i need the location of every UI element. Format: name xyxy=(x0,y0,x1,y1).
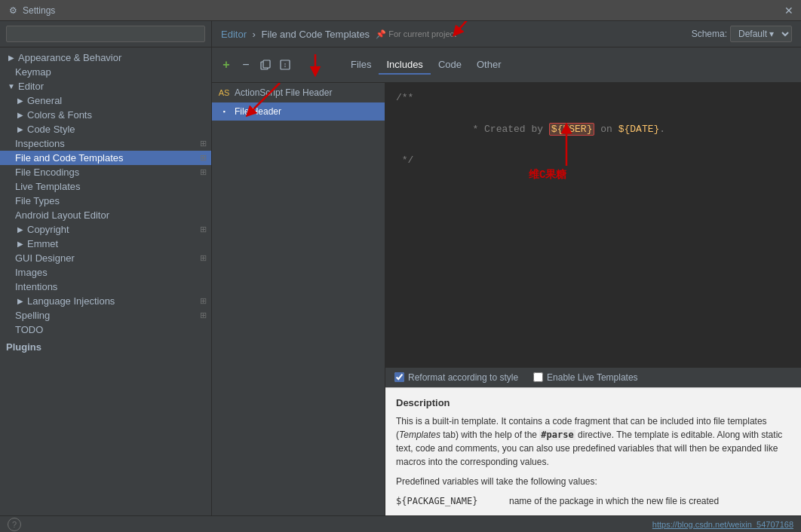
sidebar-item-emmet[interactable]: ▶ Emmet xyxy=(0,237,211,251)
tabs-bar: Files Includes Code Other xyxy=(343,56,508,75)
sidebar-label-file-encodings: File Encodings xyxy=(15,167,205,178)
status-url[interactable]: https://blog.csdn.net/weixin_54707168 xyxy=(652,520,793,529)
sidebar-item-editor[interactable]: ▼ Editor xyxy=(0,79,211,93)
desc-italic-templates: Templates xyxy=(399,430,440,440)
sidebar-item-appearance[interactable]: ▶ Appearance & Behavior xyxy=(0,50,211,65)
main-layout: ▶ Appearance & Behavior Keymap ▼ Editor … xyxy=(0,21,801,515)
code-period: . xyxy=(659,124,665,135)
code-editor[interactable]: /** * Created by ${USER} on ${DATE}. */ xyxy=(385,83,801,367)
sidebar-label-file-types: File Types xyxy=(15,195,205,206)
sidebar-label-gui-designer: GUI Designer xyxy=(15,252,205,264)
bottom-options: Reformat according to style Enable Live … xyxy=(385,367,801,387)
actionscript-icon: AS xyxy=(218,87,230,99)
live-templates-label: Enable Live Templates xyxy=(547,372,638,383)
sidebar-item-file-encodings[interactable]: File Encodings xyxy=(0,165,211,179)
search-box xyxy=(0,21,211,47)
desc-bold-parse: #parse xyxy=(539,430,575,440)
add-template-button[interactable]: + xyxy=(218,57,235,73)
sidebar-item-gui-designer[interactable]: GUI Designer xyxy=(0,251,211,265)
sidebar-item-keymap[interactable]: Keymap xyxy=(0,65,211,79)
svg-line-9 xyxy=(250,83,280,113)
red-arrow-svg-top xyxy=(449,21,494,41)
red-arrow-user-svg xyxy=(536,124,597,170)
sidebar-item-copyright[interactable]: ▶ Copyright xyxy=(0,222,211,237)
copy-template-button[interactable] xyxy=(257,57,274,73)
sidebar-tree: ▶ Appearance & Behavior Keymap ▼ Editor … xyxy=(0,47,211,515)
sidebar-label-spelling: Spelling xyxy=(15,310,205,321)
template-list: AS ActionScript File Header ▪ File Heade… xyxy=(212,83,385,515)
status-bar: ? https://blog.csdn.net/weixin_54707168 xyxy=(0,515,801,532)
sidebar-label-file-code-templates: File and Code Templates xyxy=(15,152,205,164)
expand-arrow-general: ▶ xyxy=(15,96,26,106)
for-current-project-indicator: 📌 For current project xyxy=(376,29,456,39)
description-predefined: Predefined variables will take the follo… xyxy=(396,475,790,488)
sidebar-item-intentions[interactable]: Intentions xyxy=(0,280,211,294)
sidebar-item-code-style[interactable]: ▶ Code Style xyxy=(0,122,211,136)
description-title: Description xyxy=(396,396,790,411)
sidebar-item-plugins[interactable]: Plugins xyxy=(0,340,211,354)
tab-other[interactable]: Other xyxy=(469,56,509,75)
sidebar-label-editor: Editor xyxy=(18,81,205,92)
panel-header: Editor › File and Code Templates 📌 For c… xyxy=(212,21,801,47)
code-on: on xyxy=(594,124,618,135)
breadcrumb-separator: › xyxy=(253,29,259,40)
remove-template-button[interactable]: − xyxy=(238,57,254,73)
description-body: This is a built-in template. It contains… xyxy=(396,414,790,469)
expand-arrow-code-style: ▶ xyxy=(15,124,26,135)
var-name-1: ${PACKAGE_NAME} xyxy=(396,494,502,508)
sidebar-item-spelling[interactable]: Spelling xyxy=(0,308,211,323)
var-row-1: ${PACKAGE_NAME} name of the package in w… xyxy=(396,494,790,508)
sidebar-item-android-layout-editor[interactable]: Android Layout Editor xyxy=(0,208,211,222)
sidebar-item-file-code-templates[interactable]: File and Code Templates xyxy=(0,151,211,165)
svg-text:↕: ↕ xyxy=(284,61,287,69)
breadcrumb-editor[interactable]: Editor xyxy=(221,29,247,40)
window-title: Settings xyxy=(23,5,55,16)
sidebar-item-file-types[interactable]: File Types xyxy=(0,194,211,208)
sidebar-label-todo: TODO xyxy=(15,324,205,335)
expand-arrow-lang-injections: ▶ xyxy=(15,296,26,307)
expand-arrow-copyright: ▶ xyxy=(15,225,26,235)
content-area: AS ActionScript File Header ▪ File Heade… xyxy=(212,83,801,515)
sidebar-label-appearance: Appearance & Behavior xyxy=(18,52,205,63)
tab-includes[interactable]: Includes xyxy=(379,56,430,75)
red-arrow-file-header-svg xyxy=(235,83,295,121)
code-date-var: ${DATE} xyxy=(618,124,660,135)
sidebar-item-general[interactable]: ▶ General xyxy=(0,93,211,108)
live-templates-checkbox[interactable] xyxy=(533,372,543,382)
sidebar-item-language-injections[interactable]: ▶ Language Injections xyxy=(0,294,211,308)
expand-arrow-editor: ▼ xyxy=(6,81,17,92)
sidebar-item-todo[interactable]: TODO xyxy=(0,323,211,337)
move-template-button[interactable]: ↕ xyxy=(277,57,293,73)
tab-code[interactable]: Code xyxy=(431,56,469,75)
sidebar-item-live-templates[interactable]: Live Templates xyxy=(0,179,211,194)
sidebar-item-images[interactable]: Images xyxy=(0,265,211,280)
schema-dropdown[interactable]: Default ▾ xyxy=(730,26,792,42)
sidebar-label-copyright: Copyright xyxy=(27,224,205,235)
expand-arrow-colors: ▶ xyxy=(15,110,26,121)
sidebar-label-images: Images xyxy=(15,267,205,278)
sidebar-label-intentions: Intentions xyxy=(15,281,205,292)
copy-icon xyxy=(260,60,271,70)
sidebar-label-plugins: Plugins xyxy=(6,341,205,353)
sidebar-label-colors-fonts: Colors & Fonts xyxy=(27,109,205,121)
description-panel: Description This is a built-in template.… xyxy=(385,387,801,516)
sidebar-label-android-layout-editor: Android Layout Editor xyxy=(15,209,205,221)
sidebar-label-language-injections: Language Injections xyxy=(27,295,205,307)
sidebar-item-inspections[interactable]: Inspections xyxy=(0,136,211,151)
expand-arrow-emmet: ▶ xyxy=(15,239,26,249)
breadcrumb: Editor › File and Code Templates xyxy=(221,29,370,40)
var-table: ${PACKAGE_NAME} name of the package in w… xyxy=(396,494,790,508)
search-input[interactable] xyxy=(6,26,205,42)
sidebar-item-colors-fonts[interactable]: ▶ Colors & Fonts xyxy=(0,108,211,122)
close-button[interactable]: ✕ xyxy=(784,5,793,17)
reformat-checkbox[interactable] xyxy=(394,372,404,382)
settings-icon: ⚙ xyxy=(8,5,18,16)
panel-toolbar: + − ↕ Files I xyxy=(212,47,801,83)
tab-files[interactable]: Files xyxy=(343,56,379,75)
var-desc-1: name of the package in which the new fil… xyxy=(509,494,719,508)
sidebar-label-emmet: Emmet xyxy=(27,238,205,249)
live-templates-checkbox-label[interactable]: Enable Live Templates xyxy=(533,372,638,383)
reformat-checkbox-label[interactable]: Reformat according to style xyxy=(394,372,518,383)
help-button[interactable]: ? xyxy=(8,518,21,531)
arrow-to-includes xyxy=(296,50,334,79)
